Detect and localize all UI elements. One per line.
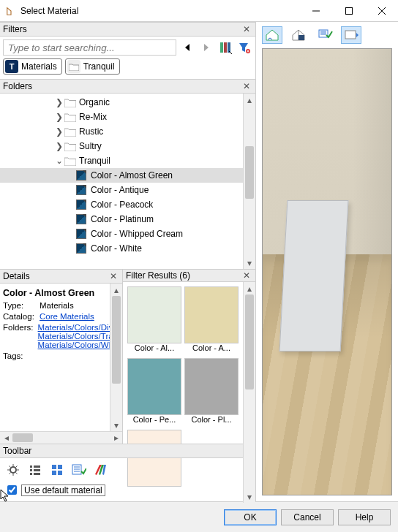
- folder-link[interactable]: Materials/Colors/Tranquil: [38, 332, 110, 341]
- ok-button[interactable]: OK: [224, 509, 277, 525]
- search-input[interactable]: [3, 39, 176, 56]
- palette-icon[interactable]: [92, 461, 110, 479]
- svg-rect-9: [34, 466, 40, 468]
- details-close-icon[interactable]: ✕: [108, 270, 119, 282]
- toolbar-title: Toolbar: [3, 446, 252, 456]
- badge-tranquil[interactable]: Tranquil: [65, 58, 120, 75]
- svg-rect-6: [30, 466, 32, 468]
- scroll-up-icon[interactable]: ▴: [244, 94, 255, 106]
- svg-rect-14: [52, 471, 56, 475]
- badge-materials-icon: T: [5, 60, 18, 73]
- preview-mode-3[interactable]: [315, 26, 335, 44]
- folder-link[interactable]: Materials/Colors/White/Neutral: [38, 341, 110, 349]
- result-swatch[interactable]: Color - Pe...: [127, 358, 181, 427]
- svg-rect-15: [58, 471, 62, 475]
- tree-item[interactable]: Color - Whipped Cream: [0, 227, 243, 241]
- filters-title: Filters: [3, 24, 241, 34]
- catalog-link[interactable]: Core Materials: [40, 312, 94, 321]
- preview-toolbar: [256, 22, 398, 44]
- badge-tranquil-icon: [67, 60, 80, 73]
- folders-title: Folders: [3, 81, 241, 91]
- result-swatch[interactable]: Color - Al...: [127, 286, 181, 355]
- svg-rect-19: [345, 31, 356, 39]
- folders-close-icon[interactable]: ✕: [241, 80, 252, 92]
- tree-folder[interactable]: ❯Re-Mix: [0, 110, 243, 124]
- toolbar-header: Toolbar: [0, 444, 255, 458]
- scroll-down-icon[interactable]: ▾: [244, 256, 255, 269]
- svg-rect-8: [30, 473, 32, 475]
- cursor-icon: [0, 489, 12, 502]
- grid-view-icon[interactable]: [48, 461, 66, 479]
- tree-item[interactable]: Color - Platinum: [0, 212, 243, 227]
- default-material-label: Use default material: [21, 484, 105, 496]
- svg-rect-13: [58, 465, 62, 469]
- svg-rect-11: [34, 473, 40, 475]
- result-swatch[interactable]: Color - A...: [184, 286, 239, 355]
- tree-item[interactable]: Color - Antique: [0, 183, 243, 197]
- svg-rect-0: [345, 7, 352, 14]
- type-label: Type:: [3, 301, 35, 310]
- folders-label: Folders:: [3, 323, 34, 332]
- folder-tree[interactable]: ❯Organic❯Re-Mix❯Rustic❯Sultry⌄TranquilCo…: [0, 94, 243, 269]
- filter-icon[interactable]: [236, 39, 252, 56]
- search-prev-button[interactable]: [179, 39, 195, 56]
- svg-rect-17: [298, 35, 304, 40]
- minimize-button[interactable]: [299, 0, 332, 21]
- tree-folder[interactable]: ⌄Tranquil: [0, 153, 243, 168]
- maximize-button[interactable]: [332, 0, 365, 21]
- preview-viewport[interactable]: [262, 48, 392, 495]
- folder-links: Materials/Colors/Divine, Materials/Color…: [38, 323, 110, 349]
- badge-tranquil-label: Tranquil: [83, 61, 115, 72]
- results-header: Filter Results (6) ✕: [123, 269, 255, 282]
- svg-point-5: [10, 467, 16, 473]
- folders-header: Folders ✕: [0, 79, 255, 94]
- details-vscroll[interactable]: ▴ ▾: [110, 284, 122, 431]
- dialog-buttons: OK Cancel Help: [0, 501, 398, 532]
- default-material-row: Use default material: [0, 482, 255, 501]
- filters-header: Filters ✕: [0, 22, 255, 37]
- catalog-label: Catalog:: [3, 312, 35, 321]
- tree-folder[interactable]: ❯Organic: [0, 95, 243, 110]
- titlebar: Select Material: [0, 0, 398, 22]
- details-heading: Color - Almost Green: [3, 288, 107, 298]
- details-hscroll[interactable]: ◂▸: [0, 431, 122, 444]
- close-button[interactable]: [365, 0, 398, 21]
- type-value: Materials: [40, 301, 74, 310]
- results-title: Filter Results (6): [126, 270, 241, 281]
- gear-icon[interactable]: [4, 461, 22, 479]
- folder-link[interactable]: Materials/Colors/Divine: [38, 323, 110, 332]
- tree-folder[interactable]: ❯Sultry: [0, 139, 243, 153]
- tags-label: Tags:: [3, 352, 35, 360]
- tree-folder[interactable]: ❯Rustic: [0, 124, 243, 139]
- svg-rect-10: [34, 469, 40, 471]
- results-close-icon[interactable]: ✕: [241, 270, 252, 281]
- details-header: Details ✕: [0, 269, 122, 284]
- preview-mode-4[interactable]: [341, 26, 361, 44]
- details-title: Details: [3, 271, 108, 281]
- help-button[interactable]: Help: [338, 509, 391, 525]
- svg-rect-7: [30, 469, 32, 471]
- preview-mode-2[interactable]: [288, 26, 309, 44]
- window-title: Select Material: [20, 6, 78, 16]
- tree-scrollbar[interactable]: ▴ ▾: [243, 94, 255, 269]
- badge-materials-label: Materials: [21, 61, 57, 72]
- tree-item[interactable]: Color - Peacock: [0, 197, 243, 212]
- results-scrollbar[interactable]: ▴ ▾: [243, 282, 255, 503]
- svg-rect-1: [220, 42, 223, 53]
- badge-materials[interactable]: T Materials: [3, 58, 62, 75]
- cancel-button[interactable]: Cancel: [281, 509, 334, 525]
- columns-icon[interactable]: [217, 39, 233, 56]
- svg-rect-3: [228, 42, 230, 53]
- app-icon: [6, 6, 16, 16]
- tree-check-icon[interactable]: [70, 461, 88, 479]
- tree-item[interactable]: Color - White: [0, 241, 243, 256]
- filters-close-icon[interactable]: ✕: [241, 23, 252, 35]
- list-view-icon[interactable]: [26, 461, 44, 479]
- search-next-button[interactable]: [198, 39, 214, 56]
- svg-rect-2: [224, 42, 227, 53]
- result-swatch[interactable]: Color - Pl...: [184, 358, 239, 427]
- preview-mode-1[interactable]: [262, 26, 282, 44]
- tree-item[interactable]: Color - Almost Green: [0, 168, 243, 183]
- svg-rect-12: [52, 465, 56, 469]
- scroll-thumb[interactable]: [245, 146, 254, 199]
